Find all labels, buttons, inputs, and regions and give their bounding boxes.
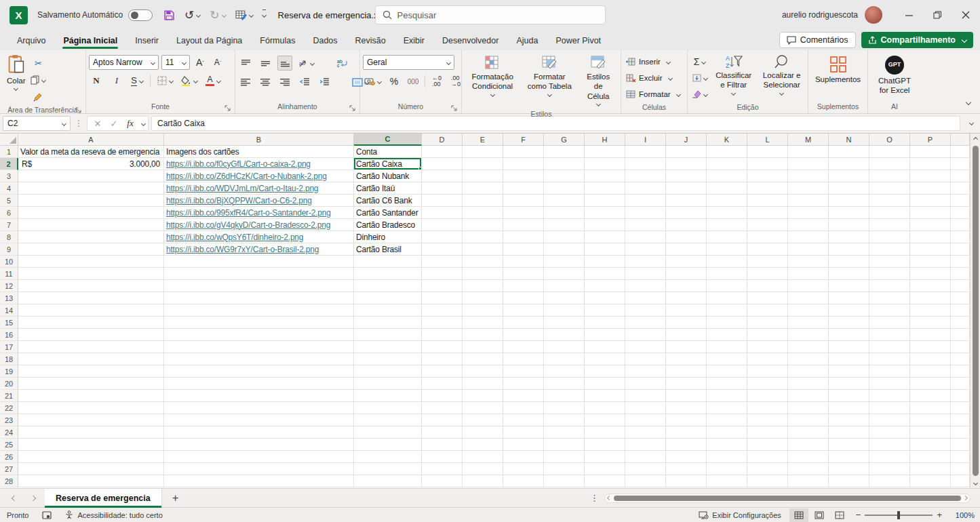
cell-N26[interactable] [829,451,869,463]
cell-G6[interactable] [544,207,585,219]
cell-M23[interactable] [788,414,829,426]
cell-G15[interactable] [544,317,585,329]
cell-K28[interactable] [707,475,747,487]
cell-F8[interactable] [503,231,544,243]
close-button[interactable] [952,0,980,30]
cell-C12[interactable] [354,280,422,292]
cell-M10[interactable] [788,256,829,268]
cell-L12[interactable] [747,280,788,292]
column-header-D[interactable]: D [422,134,463,146]
format-painter-icon[interactable] [29,89,47,104]
cell-F10[interactable] [503,256,544,268]
cell-C4[interactable]: Cartão Itaú [354,182,422,195]
cell-A25[interactable] [18,439,164,451]
cell-O12[interactable] [869,280,910,292]
cell-A17[interactable] [18,341,164,353]
prev-sheet-icon[interactable] [5,496,23,500]
paste-button[interactable]: Colar [3,53,29,93]
cell-B18[interactable] [164,353,354,365]
cell-J12[interactable] [666,280,707,292]
cell-C27[interactable] [354,463,422,475]
cell-G23[interactable] [544,414,585,426]
row-header-14[interactable]: 14 [0,304,18,317]
autosum-icon[interactable]: Σ [690,54,709,69]
cell-D1[interactable] [422,146,463,158]
cell-C28[interactable] [354,475,422,487]
cell-O18[interactable] [869,353,910,365]
cell-K3[interactable] [707,170,747,182]
cell-H18[interactable] [585,353,625,365]
cell-O14[interactable] [869,304,910,317]
chatgpt-button[interactable]: GPT ChatGPT for Excel [871,53,918,98]
cell-J8[interactable] [666,231,707,243]
cell-L5[interactable] [747,195,788,207]
cell-J3[interactable] [666,170,707,182]
cell-P14[interactable] [910,304,951,317]
save-icon[interactable] [163,9,175,21]
cell-J11[interactable] [666,268,707,280]
cell-K19[interactable] [707,365,747,378]
cell-J22[interactable] [666,402,707,414]
cell-O28[interactable] [869,475,910,487]
cell-J27[interactable] [666,463,707,475]
cell-H25[interactable] [585,439,625,451]
cell-P26[interactable] [910,451,951,463]
cell-M9[interactable] [788,243,829,256]
row-header-18[interactable]: 18 [0,353,18,365]
cell-C13[interactable] [354,292,422,304]
cell-F6[interactable] [503,207,544,219]
cell-O5[interactable] [869,195,910,207]
cell-A13[interactable] [18,292,164,304]
cell-L10[interactable] [747,256,788,268]
cell-J17[interactable] [666,341,707,353]
cell-L11[interactable] [747,268,788,280]
cell-E25[interactable] [463,439,503,451]
cell-M15[interactable] [788,317,829,329]
cell-N28[interactable] [829,475,869,487]
cell-A4[interactable] [18,182,164,195]
cell-I27[interactable] [625,463,666,475]
cell-K18[interactable] [707,353,747,365]
cell-J20[interactable] [666,378,707,390]
cell-E14[interactable] [463,304,503,317]
cell-I10[interactable] [625,256,666,268]
borders-button[interactable] [156,73,174,88]
font-color-button[interactable]: A [204,73,222,88]
increase-indent-icon[interactable] [317,75,332,89]
cell-H26[interactable] [585,451,625,463]
cell-E4[interactable] [463,182,503,195]
cell-partial-28[interactable] [951,475,970,487]
redo-button[interactable]: ↻ [210,8,225,22]
cell-A19[interactable] [18,365,164,378]
cell-I20[interactable] [625,378,666,390]
cell-P28[interactable] [910,475,951,487]
cell-P13[interactable] [910,292,951,304]
select-all-button[interactable] [0,134,18,146]
align-top-icon[interactable] [238,56,253,71]
cell-G8[interactable] [544,231,585,243]
cell-N17[interactable] [829,341,869,353]
tab-pagina-inicial[interactable]: Página Inicial [54,33,126,50]
cell-C16[interactable] [354,329,422,341]
cell-H28[interactable] [585,475,625,487]
cell-G10[interactable] [544,256,585,268]
cell-K26[interactable] [707,451,747,463]
cell-P5[interactable] [910,195,951,207]
cell-D25[interactable] [422,439,463,451]
cell-D22[interactable] [422,402,463,414]
cell-M24[interactable] [788,426,829,439]
cell-D9[interactable] [422,243,463,256]
cell-K14[interactable] [707,304,747,317]
cell-N10[interactable] [829,256,869,268]
cell-F22[interactable] [503,402,544,414]
cell-K21[interactable] [707,390,747,402]
cell-G28[interactable] [544,475,585,487]
cell-M26[interactable] [788,451,829,463]
cell-M6[interactable] [788,207,829,219]
cell-I8[interactable] [625,231,666,243]
cell-M28[interactable] [788,475,829,487]
cell-N11[interactable] [829,268,869,280]
tab-layout-da-pagina[interactable]: Layout da Página [168,33,251,50]
cell-H8[interactable] [585,231,625,243]
cell-E20[interactable] [463,378,503,390]
